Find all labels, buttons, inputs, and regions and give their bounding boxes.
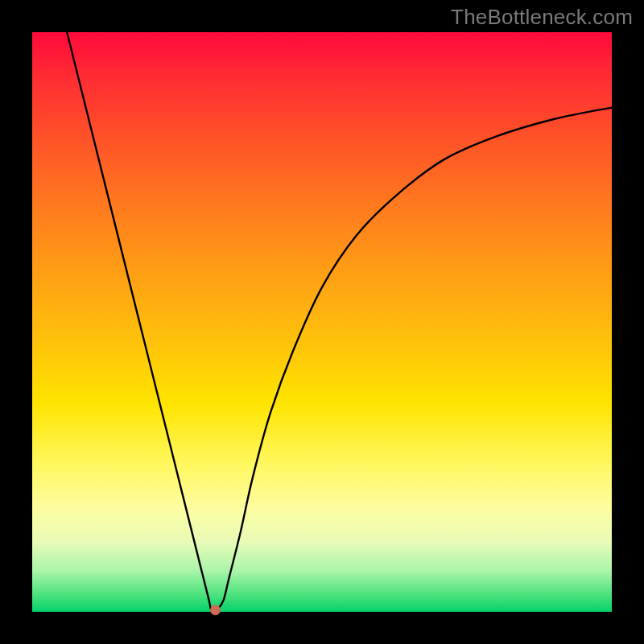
curve-svg [32, 32, 612, 612]
watermark-label: TheBottleneck.com [451, 5, 633, 30]
chart-frame: TheBottleneck.com [0, 0, 644, 644]
bottleneck-curve [67, 32, 612, 613]
plot-area [32, 32, 612, 612]
minimum-marker-dot [211, 605, 221, 615]
